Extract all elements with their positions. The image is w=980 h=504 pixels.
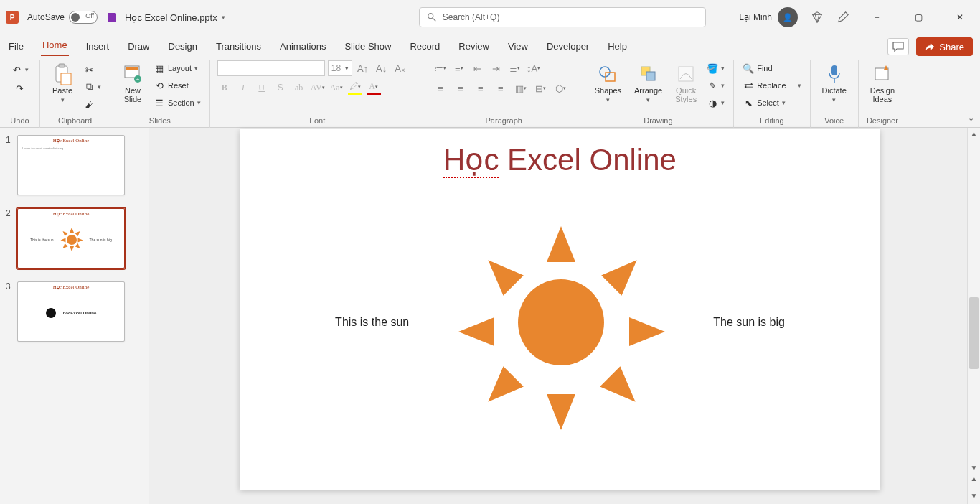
tab-file[interactable]: File <box>7 38 25 56</box>
tab-view[interactable]: View <box>507 38 529 56</box>
character-spacing-button[interactable]: AV▾ <box>311 80 325 95</box>
tab-design[interactable]: Design <box>167 38 199 56</box>
select-button[interactable]: ⬉Select▾ <box>741 96 802 109</box>
reset-button[interactable]: ⟲Reset <box>152 79 202 92</box>
dictate-button[interactable]: Dictate▾ <box>818 60 851 106</box>
svg-point-12 <box>600 67 610 77</box>
font-name-input[interactable] <box>217 60 325 76</box>
pen-icon[interactable] <box>837 11 849 24</box>
thumbnail-1[interactable]: 1 Học Excel Online Lorem ipsum sit amet … <box>6 135 140 195</box>
restore-button[interactable]: ▢ <box>904 6 933 28</box>
scrollbar-thumb[interactable] <box>969 297 979 369</box>
scroll-up-button[interactable]: ▲ <box>968 128 980 139</box>
next-slide-button[interactable]: ▼ <box>971 492 978 500</box>
font-size-input[interactable]: 18▾ <box>328 60 352 76</box>
save-icon[interactable] <box>106 11 118 23</box>
arrange-button[interactable]: Arrange▾ <box>630 60 666 106</box>
change-case-button[interactable]: Aa▾ <box>329 80 344 95</box>
bullets-button[interactable]: ≔▾ <box>433 60 448 76</box>
comments-button[interactable] <box>887 38 909 55</box>
decrease-font-button[interactable]: A↓ <box>374 60 390 76</box>
underline-button[interactable]: U <box>255 80 269 95</box>
slide-thumbnails-panel[interactable]: 1 Học Excel Online Lorem ipsum sit amet … <box>0 128 149 504</box>
prev-slide-button[interactable]: ▲ <box>971 475 978 482</box>
slide-editor[interactable]: Học Excel Online This is the sun The sun… <box>149 128 980 504</box>
thumbnail-3[interactable]: 3 Học Excel Online hocExcel.Online <box>6 281 140 342</box>
shape-fill-button[interactable]: 🪣▾ <box>705 62 726 75</box>
vertical-scrollbar[interactable]: ▲ ▼ ▲ ▼ <box>967 128 980 504</box>
smartart-button[interactable]: ⬡▾ <box>553 80 569 96</box>
title-bar: P AutoSave Off Học Excel Online.pptx ▾ S… <box>0 0 980 34</box>
shapes-button[interactable]: Shapes▾ <box>590 60 626 106</box>
search-input[interactable]: Search (Alt+Q) <box>419 7 706 27</box>
tab-help[interactable]: Help <box>606 38 628 56</box>
italic-button[interactable]: I <box>236 80 250 95</box>
diamond-icon[interactable] <box>811 11 824 24</box>
quick-styles-button[interactable]: Quick Styles <box>671 60 701 106</box>
section-button[interactable]: ☰Section▾ <box>152 96 202 109</box>
new-slide-icon: + <box>123 63 142 85</box>
align-left-button[interactable]: ≡ <box>433 80 448 96</box>
line-spacing-button[interactable]: ≣▾ <box>507 60 523 76</box>
justify-button[interactable]: ≡ <box>493 80 509 96</box>
tab-record[interactable]: Record <box>408 38 441 56</box>
new-slide-button[interactable]: + New Slide <box>118 60 148 106</box>
tab-transitions[interactable]: Transitions <box>215 38 263 56</box>
autosave-toggle[interactable]: AutoSave Off <box>27 11 98 24</box>
align-center-button[interactable]: ≡ <box>453 80 468 96</box>
copy-button[interactable]: ⧉▾ <box>82 80 103 93</box>
decrease-indent-button[interactable]: ⇤ <box>470 60 486 76</box>
slide-title[interactable]: Học Excel Online <box>240 129 880 177</box>
redo-button[interactable]: ↷ <box>13 82 27 95</box>
design-ideas-icon <box>874 63 891 85</box>
user-account[interactable]: Lại Minh 👤 <box>739 7 798 27</box>
tab-draw[interactable]: Draw <box>126 38 151 56</box>
format-painter-button[interactable]: 🖌 <box>82 98 103 111</box>
decrease-font-icon: A↓ <box>376 63 387 74</box>
close-button[interactable]: ✕ <box>946 6 974 28</box>
search-placeholder: Search (Alt+Q) <box>443 12 500 22</box>
scroll-down-button[interactable]: ▼ <box>971 464 978 472</box>
tab-insert[interactable]: Insert <box>85 38 111 56</box>
left-text[interactable]: This is the sun <box>335 316 409 329</box>
highlight-button[interactable]: 🖍▾ <box>348 80 362 95</box>
clear-formatting-button[interactable]: Aₓ <box>392 60 408 76</box>
group-editing-label: Editing <box>741 115 802 126</box>
align-text-button[interactable]: ⊟▾ <box>533 80 549 96</box>
right-text[interactable]: The sun is big <box>713 316 785 329</box>
cut-button[interactable]: ✂ <box>82 63 103 76</box>
shadow-button[interactable]: ab <box>292 80 306 95</box>
increase-font-button[interactable]: A↑ <box>355 60 371 76</box>
sun-shape[interactable] <box>466 228 656 417</box>
share-button[interactable]: Share <box>916 37 973 56</box>
undo-button[interactable]: ↶▾ <box>9 63 30 76</box>
current-slide[interactable]: Học Excel Online This is the sun The sun… <box>240 129 880 490</box>
numbering-button[interactable]: ≡▾ <box>451 60 467 76</box>
effects-icon: ◑ <box>707 97 718 108</box>
font-color-button[interactable]: A▾ <box>367 80 381 95</box>
tab-slideshow[interactable]: Slide Show <box>343 38 392 56</box>
tab-developer[interactable]: Developer <box>545 38 590 56</box>
paste-button[interactable]: Paste ▾ <box>47 60 77 106</box>
shape-effects-button[interactable]: ◑▾ <box>705 96 726 109</box>
thumbnail-2[interactable]: 2 Học Excel Online This is the sun <box>6 208 140 269</box>
filename-dropdown[interactable]: Học Excel Online.pptx ▾ <box>125 12 225 23</box>
layout-button[interactable]: ▦Layout▾ <box>152 62 202 75</box>
find-button[interactable]: 🔍Find <box>741 62 802 75</box>
tab-animations[interactable]: Animations <box>278 38 327 56</box>
tab-review[interactable]: Review <box>457 38 491 56</box>
minimize-button[interactable]: − <box>862 6 891 28</box>
bold-button[interactable]: B <box>217 80 232 95</box>
text-direction-button[interactable]: ↕A▾ <box>526 60 542 76</box>
strikethrough-button[interactable]: S <box>273 80 288 95</box>
select-icon: ⬉ <box>743 97 754 108</box>
replace-button[interactable]: ⮂Replace▾ <box>741 79 802 92</box>
collapse-ribbon-button[interactable]: ⌄ <box>968 113 974 123</box>
design-ideas-button[interactable]: Design Ideas <box>866 60 899 106</box>
tab-home[interactable]: Home <box>41 37 69 56</box>
svg-rect-7 <box>61 73 71 85</box>
increase-indent-button[interactable]: ⇥ <box>489 60 504 76</box>
align-right-button[interactable]: ≡ <box>473 80 489 96</box>
columns-button[interactable]: ▥▾ <box>513 80 529 96</box>
shape-outline-button[interactable]: ✎▾ <box>705 79 726 92</box>
